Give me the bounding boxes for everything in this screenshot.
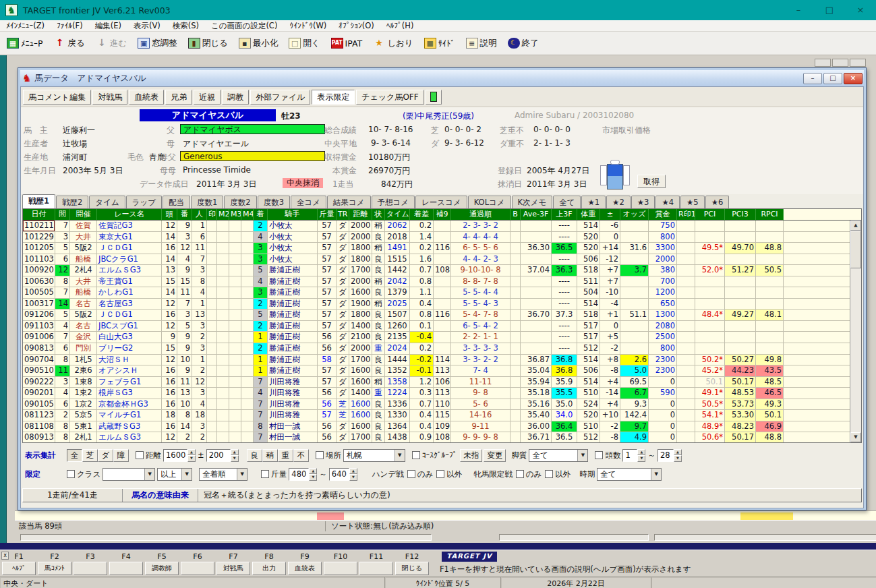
menu-item[interactable]: 検索(S) bbox=[167, 21, 205, 31]
surface-jump-button[interactable]: 障 bbox=[113, 449, 129, 462]
toolbar-window-adjust-button[interactable]: ▣窓調整 bbox=[134, 34, 181, 52]
column-header[interactable]: PCI bbox=[695, 209, 725, 220]
toolbar-close-window-button[interactable]: ▮閉じる bbox=[184, 34, 232, 52]
fn-f1-button[interactable]: ﾍﾙﾌﾟ bbox=[2, 562, 36, 575]
table-row[interactable]: 1012293大井東京大G114364小牧太57ダ2000良20181.44- … bbox=[23, 232, 861, 243]
handicap-except-checkbox[interactable] bbox=[436, 470, 444, 478]
tab-1[interactable]: 戦歴1 bbox=[22, 194, 55, 208]
column-header[interactable]: M4 bbox=[241, 209, 254, 220]
dialog-close-button[interactable]: × bbox=[844, 73, 863, 84]
menu-item[interactable]: ｵﾌﾟｼｮﾝ(O) bbox=[332, 21, 380, 30]
scrollbar-thumb[interactable] bbox=[850, 231, 861, 268]
toolbar-forward-button[interactable]: ↓進む bbox=[92, 34, 131, 52]
column-header[interactable]: タイム bbox=[385, 209, 410, 220]
tab-21[interactable]: ★6 bbox=[705, 196, 730, 208]
table-row[interactable]: 1011036船橋JBCクラG114473小牧太57ダ1800良15151.64… bbox=[23, 254, 861, 266]
weight-checkbox[interactable] bbox=[261, 470, 269, 478]
distance-range-input[interactable]: 200▲▼ bbox=[206, 449, 239, 462]
table-row[interactable]: 100920122札4エルムＳG313935勝浦正樹57ダ1700良14420.… bbox=[23, 265, 861, 276]
place-dropdown[interactable]: 札幌▼ bbox=[343, 449, 405, 462]
get-silks-button[interactable]: 取得 bbox=[637, 175, 666, 188]
menu-item[interactable]: ﾒｲﾝﾒﾆｭｰ(Z) bbox=[0, 21, 51, 30]
menu-item[interactable]: ﾍﾙﾌﾟ(H) bbox=[380, 21, 420, 30]
table-row[interactable]: 09022231東8フェブラG11611127川田将雅57ダ1600稍13581… bbox=[23, 377, 861, 388]
fn-f11-button[interactable] bbox=[359, 562, 393, 575]
toolbar-menu-p-button[interactable]: ▦ﾒﾆｭｰP bbox=[3, 34, 47, 52]
column-header[interactable]: 着差 bbox=[410, 209, 434, 220]
toolbar-back-button[interactable]: ↑戻る bbox=[50, 34, 89, 52]
column-header[interactable]: 賞金 bbox=[649, 209, 677, 220]
course-group-checkbox[interactable] bbox=[412, 451, 420, 459]
filly-only-checkbox[interactable] bbox=[516, 470, 524, 478]
app-maximize-button[interactable]: □ bbox=[814, 0, 845, 20]
tab-17[interactable]: ★2 bbox=[606, 196, 631, 208]
tab-13[interactable]: KOLコメ bbox=[468, 196, 511, 208]
fn-f3-button[interactable] bbox=[74, 562, 107, 575]
toolbar-open-button[interactable]: □開く bbox=[285, 34, 324, 52]
fn-f4-button[interactable] bbox=[109, 562, 143, 575]
menu-item[interactable]: 編集(E) bbox=[89, 21, 127, 31]
tab-4[interactable]: ラップ bbox=[126, 196, 162, 208]
class-upper-dropdown[interactable]: 以上▼ bbox=[157, 468, 192, 481]
tab-7[interactable]: 度数2 bbox=[224, 196, 256, 208]
weight-from-input[interactable]: 480▲▼ bbox=[289, 468, 317, 481]
period-dropdown[interactable]: 全て▼ bbox=[597, 468, 662, 481]
column-header[interactable]: 体重 bbox=[577, 209, 600, 220]
tab-14[interactable]: K次メモ bbox=[512, 196, 553, 208]
menu-item[interactable]: 表示(V) bbox=[127, 21, 167, 31]
table-row[interactable]: 08112325京5マイルチG1188187川田将雅57芝1600良13300.… bbox=[23, 410, 861, 421]
tab-9[interactable]: 全コメ bbox=[291, 196, 326, 208]
heads-checkbox[interactable] bbox=[595, 451, 603, 459]
table-row[interactable]: 09120655阪2ＪＣＤG1163135勝浦正樹57ダ1800良15070.8… bbox=[23, 310, 861, 321]
dialog-toolbar-button[interactable]: 調教 bbox=[222, 90, 249, 105]
fn-f2-button[interactable]: 馬ｺﾒﾝﾄ bbox=[38, 562, 71, 575]
dialog-toolbar-button[interactable]: 馬コメント編集 bbox=[23, 90, 91, 105]
course-unspecified-button[interactable]: 未指 bbox=[460, 449, 482, 462]
fn-f12-button[interactable]: 閉じる bbox=[395, 562, 429, 575]
column-header[interactable]: 通過順 bbox=[451, 209, 510, 220]
tab-18[interactable]: ★3 bbox=[631, 196, 655, 208]
vertical-scrollbar[interactable]: ▲ ▼ bbox=[850, 220, 861, 442]
tab-15[interactable]: 全て bbox=[553, 196, 581, 208]
dialog-minimize-button[interactable]: – bbox=[803, 73, 822, 84]
fn-f6-button[interactable] bbox=[181, 562, 214, 575]
column-header[interactable]: RPCI bbox=[756, 209, 784, 220]
sire-value[interactable]: アドマイヤボス bbox=[180, 124, 325, 134]
place-checkbox[interactable] bbox=[316, 451, 324, 459]
column-header[interactable]: R印1 bbox=[677, 209, 695, 220]
table-row[interactable]: 08110885東1武蔵野ＳG3161438村田一誠56ダ1600良13640.… bbox=[23, 421, 861, 433]
table-row[interactable]: 090510112東6オアシスＨ16921勝浦正樹57ダ1600良1352-0.… bbox=[23, 365, 861, 377]
column-header[interactable]: 開催 bbox=[70, 209, 97, 220]
tab-12[interactable]: レースコメ bbox=[415, 196, 467, 208]
menu-item[interactable]: この画面の設定(C) bbox=[205, 21, 283, 31]
column-header[interactable]: 上3F bbox=[552, 209, 577, 220]
table-row[interactable]: 10120555阪2ＪＣＤG11612113小牧太57ダ1800稍14910.2… bbox=[23, 243, 861, 254]
table-row[interactable]: 08091382札1エルムＳG312227村田一誠56ダ1700良14380.9… bbox=[23, 432, 861, 443]
course-change-button[interactable]: 変更 bbox=[484, 449, 506, 462]
column-header[interactable]: ± bbox=[600, 209, 620, 220]
tab-2[interactable]: 戦歴2 bbox=[56, 196, 88, 208]
tab-3[interactable]: タイム bbox=[89, 196, 125, 208]
column-header[interactable]: 間 bbox=[55, 209, 70, 220]
app-close-button[interactable]: × bbox=[845, 0, 876, 20]
class-dropdown[interactable]: ▼ bbox=[103, 468, 155, 481]
scroll-up-icon[interactable]: ▲ bbox=[850, 220, 861, 231]
column-header[interactable]: 人 bbox=[192, 209, 207, 220]
tab-10[interactable]: 結果コメ bbox=[327, 196, 371, 208]
column-header[interactable]: 着 bbox=[254, 209, 268, 220]
tab-5[interactable]: 配当 bbox=[163, 196, 190, 208]
horizontal-scrollbar[interactable] bbox=[654, 534, 876, 541]
horizontal-scrollbar[interactable] bbox=[20, 534, 432, 541]
dialog-toolbar-button[interactable]: チェック馬OFF bbox=[356, 90, 424, 105]
heads-to-input[interactable]: 28▲▼ bbox=[658, 449, 682, 462]
table-row[interactable]: 09010561京2京都金杯ＨG3161047川田将雅56芝1600良13360… bbox=[23, 399, 861, 411]
finish-dropdown[interactable]: 全着順▼ bbox=[199, 468, 247, 481]
column-header[interactable]: 斤量 bbox=[318, 209, 337, 220]
column-header[interactable]: 日付 bbox=[23, 209, 55, 220]
toolbar-bookmark-button[interactable]: ★しおり bbox=[369, 34, 417, 52]
menu-item[interactable]: ﾌｧｲﾙ(F) bbox=[51, 21, 89, 30]
surface-turf-button[interactable]: 芝 bbox=[82, 449, 98, 462]
column-header[interactable]: 距離 bbox=[349, 209, 372, 220]
class-checkbox[interactable] bbox=[67, 470, 75, 478]
column-header[interactable]: M2 bbox=[217, 209, 229, 220]
